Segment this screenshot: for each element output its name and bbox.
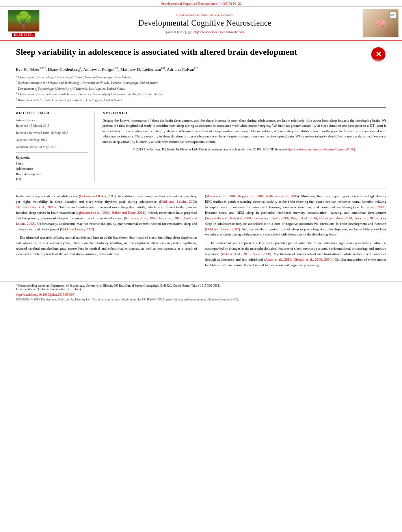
ref-asato[interactable]: Asato et al., 2010: [265, 258, 291, 261]
journal-homepage-link[interactable]: http://www.elsevier.com/locate/dcn: [194, 30, 244, 34]
article-title: Sleep variability in adolescence is asso…: [16, 46, 297, 58]
page-footer: * Corresponding author at: Department of…: [0, 281, 402, 304]
body-para-1: Inadequate sleep is endemic in adolescen…: [16, 194, 197, 232]
body-left-column: Inadequate sleep is endemic in adolescen…: [16, 194, 197, 271]
ref-jan3[interactable]: Jan et al., 2010: [354, 216, 376, 220]
keyword-dti: DTI: [16, 177, 88, 182]
abstract-heading: ABSTRACT: [102, 111, 386, 115]
ref-dahl3[interactable]: Dahl and Lewin, 2002: [61, 227, 93, 231]
ref-giorgio[interactable]: Giorgio et al., 2008, 2010: [294, 258, 331, 261]
article-info-column: ARTICLE INFO Article history: Received 1…: [16, 111, 95, 182]
journal-header: ELSEVIER Contents lists available at Sci…: [0, 7, 402, 41]
journal-homepage-line: journal homepage: http://www.elsevier.co…: [51, 30, 359, 34]
body-two-columns: Inadequate sleep is endemic in adolescen…: [16, 194, 386, 271]
ref-pugin[interactable]: Pugin et al., 2014: [291, 216, 317, 220]
keyword-brain-development: Brain development: [16, 172, 88, 177]
ref-iglowstein[interactable]: Iglowstein et al., 2003: [77, 211, 110, 215]
ref-dahl4[interactable]: Dahl and Lewin, 2002: [206, 227, 239, 231]
main-content: Sleep variability in adolescence is asso…: [0, 41, 402, 277]
abstract-copyright: © 2015 The Authors. Published by Elsevie…: [102, 147, 386, 152]
received-date: Received 15 March 2015: [16, 124, 88, 128]
contents-available-line: Contents lists available at ScienceDirec…: [51, 13, 359, 17]
ref-sejnowski[interactable]: Sejnowski and Destexhe, 2000: [206, 216, 251, 220]
keyword-sleep: Sleep: [16, 161, 88, 167]
ref-mirescu[interactable]: Mirescu et al., 2006: [206, 194, 236, 198]
doi-link[interactable]: http://dx.doi.org/10.1016/j.dcn.2015.05.…: [16, 293, 74, 297]
available-online-date: Available online 28 May 2015: [16, 145, 88, 149]
abstract-text: Despite the known importance of sleep fo…: [102, 118, 386, 152]
body-right-para-2: The adolescent years represent a key dev…: [205, 241, 386, 268]
journal-citation: Developmental Cognitive Neuroscience 14 …: [160, 2, 242, 6]
journal-name-section: Contents lists available at ScienceDirec…: [51, 13, 359, 34]
ref-tononi[interactable]: Tononi and Cirelli, 2006: [253, 216, 289, 220]
ref-roffwarg[interactable]: Roffwarg et al., 1996: [125, 216, 156, 220]
journal-citation-bar: Developmental Cognitive Neuroscience 14 …: [0, 0, 402, 7]
email-note: E-mail address: ehtelzer@illinois.edu (E…: [16, 287, 82, 291]
keywords-list: Sleep Adolescence Brain development DTI: [16, 161, 88, 182]
authors-line: Eva H. Telzera,b,*, Diane Goldenbergc, A…: [16, 66, 386, 72]
ref-halbower[interactable]: Halbower et al., 2006: [266, 194, 298, 198]
ref-huber2[interactable]: Huber and Born, 2014: [319, 216, 352, 220]
body-right-para-1: (Mirescu et al., 2006; Kopp et al., 2006…: [205, 194, 386, 238]
article-title-section: Sleep variability in adolescence is asso…: [16, 46, 386, 62]
svg-text:CrossMark: CrossMark: [374, 59, 383, 61]
svg-text:✕: ✕: [376, 50, 382, 58]
body-section: Inadequate sleep is endemic in adolescen…: [16, 189, 386, 271]
crossmark-logo: ✕ CrossMark: [370, 46, 386, 62]
open-access-line: 1878-9293/© 2015 The Authors. Published …: [16, 298, 386, 301]
ref-jan2[interactable]: Jan et al., 2010: [361, 205, 384, 209]
ref-spear[interactable]: Spear, 2000: [253, 252, 270, 256]
corresponding-author-note: * Corresponding author at: Department of…: [16, 284, 386, 291]
body-para-2: Experimental research utilizing animal m…: [16, 235, 197, 257]
article-info-heading: ARTICLE INFO: [16, 111, 88, 115]
ref-thorleif[interactable]: Thorleifsdottir et al., 2002: [16, 205, 54, 209]
journal-title: Developmental Cognitive Neuroscience: [51, 19, 359, 28]
research-word: research: [40, 235, 52, 239]
received-revised-date: Received in revised form 16 May 2015: [16, 131, 88, 135]
info-abstract-section: ARTICLE INFO Article history: Received 1…: [16, 111, 386, 182]
abstract-column: ABSTRACT Despite the known importance of…: [102, 111, 386, 182]
keywords-label: Keywords:: [16, 156, 88, 159]
affiliations: a Department of Psychology, University o…: [16, 74, 386, 103]
ref-nelson[interactable]: Nelson et al., 2005: [222, 252, 250, 256]
journal-thumbnail: DCN 🧠: [363, 9, 398, 37]
ref-colrain[interactable]: Colrain and Baker, 2011: [80, 194, 115, 198]
elsevier-badge: ELSEVIER: [12, 33, 34, 37]
info-divider: [16, 152, 88, 152]
ref-dahl-lewin[interactable]: Dahl and Lewin, 2002: [160, 200, 196, 204]
ref-huber[interactable]: Huber and Born, 2014: [112, 211, 144, 215]
email-link[interactable]: ehtelzer@illinois.edu: [37, 287, 63, 291]
elsevier-logo: ELSEVIER: [4, 10, 47, 37]
divider: [16, 108, 386, 108]
accepted-date: Accepted 20 May 2015: [16, 138, 88, 142]
body-right-column: (Mirescu et al., 2006; Kopp et al., 2006…: [205, 194, 386, 271]
history-label: Article history:: [16, 118, 88, 122]
ref-kopp[interactable]: Kopp et al., 2006: [238, 194, 264, 198]
thumb-image: DCN 🧠: [363, 9, 398, 37]
doi-line: http://dx.doi.org/10.1016/j.dcn.2015.05.…: [16, 293, 386, 297]
keyword-adolescence: Adolescence: [16, 166, 88, 172]
elsevier-tree-image: [8, 10, 39, 32]
sciencedirect-link[interactable]: ScienceDirect: [214, 13, 233, 17]
ref-jan[interactable]: Jan et al., 2010: [159, 216, 181, 220]
cc-license-link[interactable]: http://creativecommons.org/licenses/by-n…: [287, 147, 354, 151]
